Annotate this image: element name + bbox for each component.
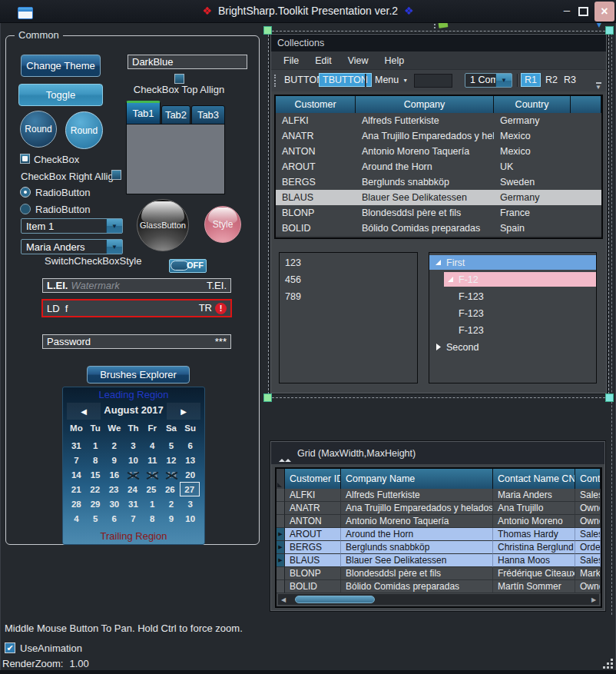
list-item[interactable]: 456 bbox=[280, 271, 417, 288]
calendar-day[interactable]: 24 bbox=[123, 482, 141, 496]
password-textbox[interactable]: Password *** bbox=[42, 334, 231, 349]
column-header-contact-title[interactable]: Conta bbox=[575, 469, 601, 489]
calendar-day[interactable]: 22 bbox=[85, 482, 104, 496]
toolbar-overflow[interactable]: ▼ bbox=[594, 82, 603, 90]
calendar-day[interactable]: 13 bbox=[180, 453, 200, 467]
calendar-day[interactable]: 29 bbox=[86, 496, 105, 511]
calendar-day[interactable]: 8 bbox=[86, 453, 105, 467]
table-row[interactable]: ANATRAna Trujillo Emparedados y helaMexi… bbox=[276, 128, 601, 144]
table-row[interactable]: ALFKIAlfreds FutterkisteGermany bbox=[276, 113, 601, 128]
calendar-day[interactable]: 7 bbox=[67, 453, 86, 467]
select-all-corner[interactable] bbox=[277, 469, 285, 489]
calendar-day[interactable]: 2 bbox=[104, 438, 124, 453]
toolbar-grip[interactable] bbox=[274, 75, 277, 87]
calendar-day[interactable]: 19 bbox=[162, 467, 181, 482]
row-header[interactable] bbox=[277, 580, 285, 593]
calendar-day[interactable]: 10 bbox=[180, 511, 200, 526]
calendar-next-button[interactable]: ▶ bbox=[167, 403, 200, 420]
treeview[interactable]: First F-12 F-123 F-123 F-123 Second bbox=[429, 252, 597, 383]
grid-window-title-bar[interactable]: Grid (MaxWidth,MaxHeight) bbox=[271, 442, 604, 464]
expander-collapsed-icon[interactable] bbox=[435, 344, 442, 350]
expander-expanded-icon[interactable] bbox=[447, 276, 454, 283]
table-row[interactable]: ▶AROUTAround the HornThomas HardySales bbox=[277, 528, 601, 541]
calendar-day[interactable]: 3 bbox=[124, 438, 143, 453]
toggle-button[interactable]: Toggle bbox=[18, 84, 103, 106]
table-row[interactable]: ANTONAntonio Moreno TaqueríaMexico bbox=[276, 144, 601, 159]
toolbar-radio-r3[interactable]: R3 bbox=[560, 73, 580, 87]
list-item[interactable]: 789 bbox=[280, 288, 417, 305]
row-header[interactable] bbox=[277, 515, 285, 528]
calendar-day[interactable]: 26 bbox=[161, 482, 179, 496]
round-button-2[interactable]: Round bbox=[65, 111, 103, 149]
menu-file[interactable]: File bbox=[280, 54, 302, 68]
calendar-day[interactable]: 4 bbox=[67, 511, 86, 526]
tree-item-f123-1[interactable]: F-123 bbox=[429, 289, 596, 304]
row-header[interactable] bbox=[277, 502, 285, 515]
close-button[interactable]: × bbox=[594, 2, 614, 22]
calendar-day[interactable]: 15 bbox=[86, 467, 105, 482]
table-row[interactable]: ALFKIAlfreds FutterkisteMaria AndersSale… bbox=[277, 489, 601, 502]
column-header-contact-name[interactable]: Contact Name CN bbox=[493, 469, 575, 489]
checkbox-top-box[interactable] bbox=[174, 74, 184, 84]
table-row[interactable]: BERGSBerglunds snabbköpSweden bbox=[276, 174, 601, 190]
toolbar-menu-button[interactable]: Menu▼ bbox=[371, 73, 412, 87]
row-header[interactable]: ▶ bbox=[277, 541, 285, 554]
table-row[interactable]: BLONPBlondesddsl père et filsFrédérique … bbox=[277, 567, 601, 580]
table-row[interactable]: ▶BERGSBerglunds snabbköpChristina Berglu… bbox=[277, 541, 601, 554]
tree-item-f123-2[interactable]: F-123 bbox=[429, 306, 596, 320]
pin-icon[interactable] bbox=[279, 448, 291, 459]
calendar-day[interactable]: 5 bbox=[86, 511, 105, 526]
toolbar-textbox[interactable] bbox=[414, 74, 452, 88]
watermark-textbox[interactable]: L.EI.Watermark T.EI. bbox=[42, 278, 231, 293]
calendar-day[interactable]: 27 bbox=[180, 482, 200, 496]
combo-item[interactable]: Item 1 ▼ bbox=[21, 218, 123, 234]
style-button[interactable]: Style bbox=[204, 206, 241, 243]
column-header-customer-id[interactable]: Customer ID bbox=[285, 469, 341, 489]
table-row[interactable]: AROUTAround the HornUK bbox=[276, 159, 601, 174]
menu-help[interactable]: Help bbox=[382, 54, 408, 68]
table-row[interactable]: BLAUSBlauer See DelikatessenGermany bbox=[276, 190, 601, 205]
checkbox-right-box[interactable] bbox=[111, 170, 121, 180]
column-header-company-name[interactable]: Company Name bbox=[341, 469, 493, 489]
table-row[interactable]: BLONPBlondesddsl père et filsFrance bbox=[276, 205, 601, 221]
expander-expanded-icon[interactable] bbox=[435, 259, 442, 266]
calendar-day[interactable]: 4 bbox=[143, 438, 162, 453]
row-header[interactable]: ▶ bbox=[277, 554, 285, 567]
calendar-day[interactable]: 18 bbox=[143, 467, 162, 482]
calendar-day[interactable]: 5 bbox=[162, 438, 181, 453]
calendar-day[interactable]: 17 bbox=[124, 467, 143, 482]
menu-view[interactable]: View bbox=[345, 54, 372, 68]
row-header[interactable] bbox=[277, 567, 285, 580]
checkbox-1[interactable] bbox=[20, 154, 30, 164]
menu-edit[interactable]: Edit bbox=[312, 54, 335, 68]
row-header[interactable]: ▶ bbox=[277, 528, 285, 541]
calendar-day[interactable]: 11 bbox=[143, 453, 162, 467]
toolbar-tbutton[interactable]: TBUTTON bbox=[319, 73, 372, 87]
change-theme-button[interactable]: Change Theme bbox=[21, 55, 101, 77]
collections-title-bar[interactable]: Collections bbox=[271, 35, 606, 51]
calendar-day[interactable]: 16 bbox=[104, 467, 124, 482]
calendar-day[interactable]: 12 bbox=[162, 453, 181, 467]
radio-2[interactable] bbox=[20, 204, 31, 214]
calendar-day[interactable]: 6 bbox=[104, 511, 124, 526]
error-textbox[interactable]: LD f TR! bbox=[41, 299, 232, 317]
calendar-day[interactable]: 3 bbox=[180, 496, 200, 511]
calendar-day[interactable]: 9 bbox=[104, 453, 124, 467]
combo-customer[interactable]: Maria Anders ▼ bbox=[21, 239, 123, 254]
calendar-day[interactable]: 28 bbox=[67, 496, 86, 511]
maximize-button[interactable] bbox=[578, 7, 588, 16]
column-header-company[interactable]: Company bbox=[356, 96, 494, 113]
use-animation-checkbox[interactable]: ✔ bbox=[5, 642, 15, 653]
calendar-day[interactable]: 1 bbox=[86, 438, 105, 453]
listbox[interactable]: 123456789 bbox=[279, 252, 418, 383]
chevron-down-icon[interactable]: ▼ bbox=[106, 219, 122, 233]
grid2-hscrollbar[interactable]: ◀ ▶ bbox=[278, 594, 599, 605]
tab-tab1[interactable]: Tab1 bbox=[126, 101, 161, 125]
tree-item-f123-3[interactable]: F-123 bbox=[429, 323, 596, 337]
calendar-day[interactable]: 7 bbox=[124, 511, 143, 526]
tab-tab3[interactable]: Tab3 bbox=[191, 105, 225, 125]
minimize-button[interactable]: – bbox=[560, 3, 574, 18]
table-row[interactable]: BOLIDBólido Comidas preparadasSpain bbox=[276, 221, 601, 236]
tree-item-second[interactable]: Second bbox=[429, 340, 596, 354]
brushes-explorer-button[interactable]: Brushes Explorer bbox=[87, 366, 190, 383]
